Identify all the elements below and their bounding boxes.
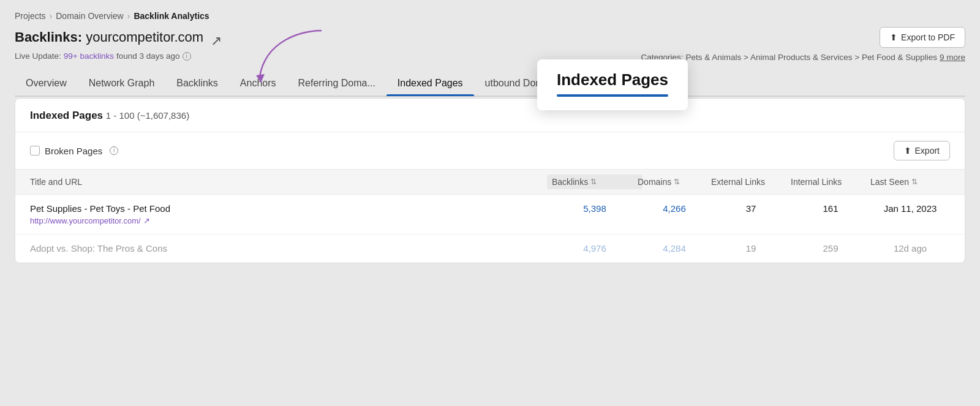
cell-backlinks-faded: 4,976 bbox=[552, 243, 638, 254]
domains-sort-icon: ⇅ bbox=[674, 178, 680, 186]
content-section-title: Indexed Pages 1 - 100 (~1,607,836) bbox=[30, 110, 950, 122]
last-seen-sort-icon: ⇅ bbox=[911, 178, 918, 186]
tab-anchors[interactable]: Anchors bbox=[229, 72, 287, 95]
cell-title-url-faded: Adopt vs. Shop: The Pros & Cons bbox=[30, 243, 552, 254]
broken-pages-info-icon[interactable]: i bbox=[110, 146, 118, 155]
th-title-url: Title and URL bbox=[30, 177, 552, 187]
broken-pages-checkbox[interactable] bbox=[30, 146, 40, 156]
categories-more-link[interactable]: 9 more bbox=[940, 53, 965, 62]
cell-external-links-faded: 19 bbox=[711, 243, 791, 254]
live-update-info-icon[interactable]: i bbox=[183, 52, 191, 61]
live-update-row: Live Update: 99+ backlinks found 3 days … bbox=[15, 51, 191, 61]
nav-tabs: Overview Network Graph Backlinks Anchors… bbox=[15, 70, 965, 97]
tab-network-graph[interactable]: Network Graph bbox=[78, 72, 166, 95]
th-domains[interactable]: Domains ⇅ bbox=[638, 177, 711, 187]
breadcrumb-current: Backlink Analytics bbox=[134, 11, 209, 21]
breadcrumb: Projects › Domain Overview › Backlink An… bbox=[15, 11, 965, 21]
content-header: Indexed Pages 1 - 100 (~1,607,836) bbox=[15, 99, 965, 132]
cell-last-seen-faded: 12d ago bbox=[870, 243, 950, 254]
export-upload-icon: ⬆ bbox=[904, 146, 911, 156]
tab-overview[interactable]: Overview bbox=[15, 72, 78, 95]
cell-domains-faded: 4,284 bbox=[638, 243, 711, 254]
tab-indexed-pages[interactable]: Indexed Pages bbox=[386, 72, 474, 95]
breadcrumb-sep-1: › bbox=[50, 11, 53, 21]
tab-referring-domains[interactable]: Referring Doma... bbox=[287, 72, 386, 95]
th-backlinks[interactable]: Backlinks ⇅ bbox=[547, 175, 643, 189]
filter-row: Broken Pages i ⬆ Export bbox=[15, 132, 965, 170]
row-external-icon: ↗ bbox=[143, 216, 150, 225]
page-title: Backlinks: yourcompetitor.com ↗ bbox=[15, 29, 221, 45]
breadcrumb-domain-overview[interactable]: Domain Overview bbox=[56, 11, 123, 21]
breadcrumb-projects[interactable]: Projects bbox=[15, 11, 46, 21]
th-internal-links: Internal Links bbox=[791, 177, 870, 187]
upload-icon: ⬆ bbox=[890, 32, 897, 42]
breadcrumb-sep-2: › bbox=[127, 11, 130, 21]
cell-backlinks: 5,398 bbox=[552, 203, 638, 214]
cell-internal-links-faded: 259 bbox=[791, 243, 870, 254]
external-link-icon[interactable]: ↗ bbox=[211, 33, 221, 43]
tab-backlinks[interactable]: Backlinks bbox=[165, 72, 229, 95]
indexed-pages-popup: Indexed Pages bbox=[537, 59, 688, 110]
backlinks-sort-icon: ⇅ bbox=[590, 178, 597, 186]
cell-title-url: Pet Supplies - Pet Toys - Pet Food http:… bbox=[30, 203, 552, 225]
popup-title: Indexed Pages bbox=[557, 70, 668, 89]
backlinks-link[interactable]: 99+ backlinks bbox=[64, 51, 114, 61]
cell-domains: 4,266 bbox=[638, 203, 711, 214]
th-external-links: External Links bbox=[711, 177, 791, 187]
cell-internal-links: 161 bbox=[791, 203, 870, 214]
export-button[interactable]: ⬆ Export bbox=[894, 141, 950, 160]
table-row-faded: Adopt vs. Shop: The Pros & Cons 4,976 4,… bbox=[15, 235, 965, 263]
cell-external-links: 37 bbox=[711, 203, 791, 214]
th-last-seen[interactable]: Last Seen ⇅ bbox=[870, 177, 950, 187]
categories-row: Categories: Pets & Animals > Animal Prod… bbox=[641, 53, 965, 62]
table-header: Title and URL Backlinks ⇅ Domains ⇅ Exte… bbox=[15, 170, 965, 195]
popup-underline bbox=[557, 94, 668, 97]
cell-last-seen: Jan 11, 2023 bbox=[870, 203, 950, 214]
export-pdf-button[interactable]: ⬆ Export to PDF bbox=[880, 27, 965, 48]
table-row: Pet Supplies - Pet Toys - Pet Food http:… bbox=[15, 195, 965, 235]
row-url-link[interactable]: http://www.yourcompetitor.com/ ↗ bbox=[30, 216, 552, 225]
main-content: Indexed Pages 1 - 100 (~1,607,836) Broke… bbox=[15, 98, 965, 263]
broken-pages-filter[interactable]: Broken Pages i bbox=[30, 146, 118, 156]
